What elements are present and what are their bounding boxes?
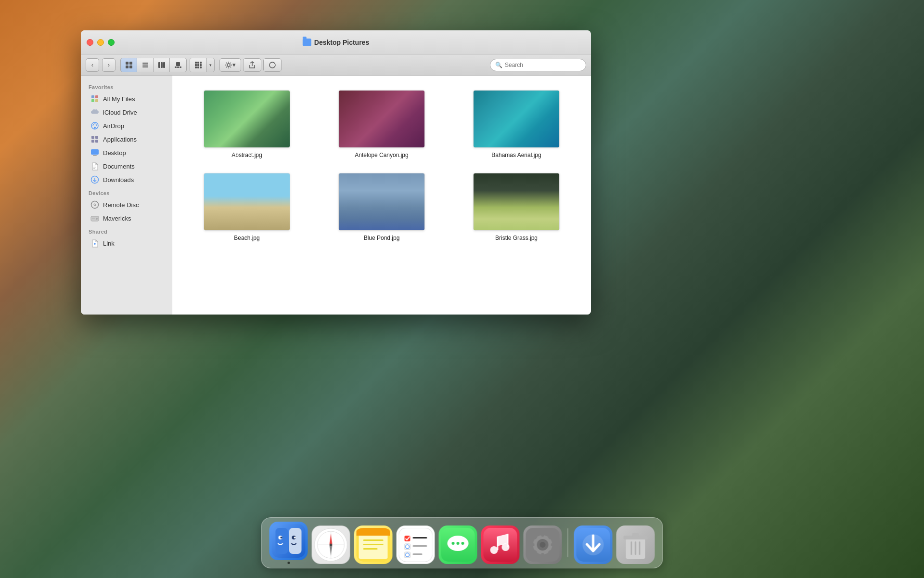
sidebar-item-applications-label: Applications (103, 136, 137, 143)
file-item-antelope[interactable]: Antelope Canyon.jpg (317, 85, 447, 163)
settings-icon (225, 61, 232, 69)
svg-rect-39 (93, 168, 95, 169)
sidebar-item-mavericks-label: Mavericks (103, 215, 131, 222)
view-columns-button[interactable] (154, 58, 170, 72)
svg-rect-3 (129, 66, 132, 68)
sidebar-item-link-label: Link (103, 240, 115, 247)
tag-icon (269, 61, 276, 69)
svg-rect-27 (91, 99, 94, 102)
svg-rect-1 (129, 62, 132, 65)
sidebar-item-icloud-drive[interactable]: iCloud Drive (83, 105, 170, 119)
svg-point-23 (227, 64, 230, 66)
sidebar-item-airdrop[interactable]: AirDrop (83, 119, 170, 132)
file-item-bahamas[interactable]: Bahamas Aerial.jpg (451, 85, 581, 163)
svg-rect-4 (142, 63, 148, 64)
sidebar-item-mavericks[interactable]: Mavericks (83, 211, 170, 225)
svg-rect-13 (180, 66, 181, 68)
airdrop-icon (90, 121, 99, 130)
dock-item-messages[interactable] (439, 525, 477, 564)
svg-rect-15 (197, 62, 199, 64)
file-thumbnail-bristle (473, 173, 560, 231)
dock-item-finder[interactable] (270, 522, 308, 564)
documents-svg-icon (91, 162, 98, 171)
forward-button[interactable]: › (102, 58, 116, 72)
view-cover-button[interactable] (170, 58, 186, 72)
search-input[interactable] (505, 62, 581, 68)
link-icon (90, 239, 99, 248)
svg-point-44 (96, 218, 98, 220)
svg-rect-38 (93, 167, 96, 167)
downloads-folder-icon (574, 525, 613, 564)
svg-rect-86 (497, 537, 499, 550)
dock-item-safari[interactable] (312, 525, 350, 564)
reminders-app-icon (397, 525, 435, 564)
dock-item-trash[interactable] (616, 525, 655, 564)
list-view-icon (141, 61, 149, 69)
minimize-button[interactable] (97, 39, 104, 46)
dock-item-notes[interactable] (354, 525, 393, 564)
svg-rect-105 (631, 541, 632, 555)
tag-button[interactable] (263, 58, 282, 72)
sidebar-item-link[interactable]: Link (83, 236, 170, 250)
svg-rect-8 (161, 62, 163, 68)
group-by-button[interactable]: ▾ (190, 58, 215, 72)
file-item-beach[interactable]: Beach.jpg (182, 168, 312, 246)
sidebar-item-applications[interactable]: Applications (83, 132, 170, 146)
sidebar-item-desktop[interactable]: Desktop (83, 146, 170, 159)
svg-point-82 (462, 542, 464, 545)
settings-action-button[interactable]: ▾ (219, 58, 241, 72)
sidebar-item-icloud-label: iCloud Drive (103, 109, 137, 116)
safari-app-icon (312, 525, 350, 564)
svg-point-52 (294, 537, 296, 539)
sidebar-item-downloads-label: Downloads (103, 176, 134, 184)
file-grid: Abstract.jpg Antelope Canyon.jpg Bahamas… (172, 76, 591, 315)
sidebar-item-remote-disc[interactable]: Remote Disc (83, 198, 170, 211)
svg-rect-45 (92, 218, 95, 219)
dock-item-downloads-folder[interactable] (574, 525, 613, 564)
file-name-bahamas: Bahamas Aerial.jpg (491, 152, 541, 158)
view-list-button[interactable] (137, 58, 154, 72)
svg-rect-94 (531, 543, 535, 546)
svg-rect-36 (93, 155, 97, 156)
messages-svg (441, 528, 475, 562)
svg-rect-73 (413, 545, 427, 547)
file-item-bristle[interactable]: Bristle Grass.jpg (451, 168, 581, 246)
svg-rect-47 (276, 528, 288, 554)
group-main[interactable] (190, 58, 206, 72)
file-name-beach: Beach.jpg (234, 235, 259, 241)
back-button[interactable]: ‹ (86, 58, 99, 72)
svg-rect-14 (195, 62, 197, 64)
group-dropdown-arrow[interactable]: ▾ (206, 58, 214, 72)
search-bar[interactable]: 🔍 (490, 59, 586, 71)
svg-rect-19 (200, 64, 202, 66)
sidebar-item-documents[interactable]: Documents (83, 159, 170, 173)
dock-separator (568, 528, 568, 557)
reminders-svg (399, 528, 433, 562)
file-thumbnail-antelope (338, 90, 425, 148)
finder-icon (270, 522, 308, 560)
file-item-bluepond[interactable]: Blue Pond.jpg (317, 168, 447, 246)
file-item-abstract[interactable]: Abstract.jpg (182, 85, 312, 163)
icon-view-icon (125, 61, 133, 69)
sidebar-item-downloads[interactable]: Downloads (83, 173, 170, 186)
dock-item-system-preferences[interactable] (524, 525, 562, 564)
maximize-button[interactable] (108, 39, 115, 46)
svg-rect-65 (363, 548, 378, 550)
hdd-svg-icon (90, 215, 99, 222)
dock-item-reminders[interactable] (397, 525, 435, 564)
svg-rect-18 (197, 64, 199, 66)
file-name-antelope: Antelope Canyon.jpg (355, 152, 408, 158)
dock-item-itunes[interactable] (481, 525, 520, 564)
finder-window: Desktop Pictures ‹ › (81, 30, 591, 315)
sidebar-item-all-my-files[interactable]: All My Files (83, 92, 170, 105)
close-button[interactable] (87, 39, 93, 46)
view-icon-button[interactable] (121, 58, 137, 72)
share-button[interactable] (243, 58, 261, 72)
folder-icon (303, 39, 311, 46)
svg-rect-72 (413, 537, 427, 539)
svg-rect-95 (551, 543, 555, 546)
applications-svg-icon (91, 135, 99, 143)
sidebar-item-airdrop-label: AirDrop (103, 122, 124, 130)
icloud-icon (90, 108, 99, 117)
documents-icon (90, 162, 99, 171)
